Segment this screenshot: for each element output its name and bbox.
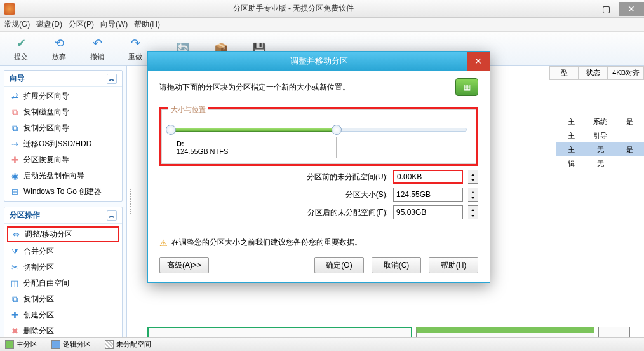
table-row[interactable]: 主系统是 [556,114,644,128]
discard-button[interactable]: ⟲放弃 [42,36,76,62]
hdr-status: 状态 [579,66,608,80]
menu-wizard[interactable]: 向导(W) [100,19,128,30]
ok-button[interactable]: 确定(O) [314,257,364,273]
op-allocate-label: 分配自由空间 [23,278,69,289]
slider-handle-left[interactable] [166,125,176,135]
wizard-copydisk[interactable]: ⧉复制磁盘向导 [4,104,122,120]
spinner-size[interactable]: ▲▼ [468,188,478,202]
op-resize-label: 调整/移动分区 [25,229,72,240]
input-after[interactable] [393,205,463,219]
menu-partition[interactable]: 分区(P) [69,19,94,30]
op-split[interactable]: ✂切割分区 [4,259,122,275]
redo-icon: ↷ [128,36,143,51]
commit-label: 提交 [14,52,28,62]
wizard-copypart[interactable]: ⧉复制分区向导 [4,120,122,136]
annotation-red-box: 大小与位置 D: 124.55GB NTFS [159,107,478,166]
sidebar: 向导 ︽ ⇄扩展分区向导 ⧉复制磁盘向导 ⧉复制分区向导 ⇢迁移OS到SSD/H… [0,66,127,337]
collapse-ops-icon[interactable]: ︽ [107,210,117,221]
legend-primary: 主分区 [5,340,37,349]
wizard-recover-label: 分区恢复向导 [23,155,69,165]
dialog-description: 请拖动下面的分区块为分区指定一个新的大小或新位置。 [159,82,350,93]
wizard-wintogo[interactable]: ⊞Windows To Go 创建器 [4,184,122,200]
op-copy-label: 复制分区 [23,294,54,305]
window-title: 分区助手专业版 - 无损分区免费软件 [19,3,568,14]
minimize-button[interactable]: — [568,2,593,16]
wizard-extend-label: 扩展分区向导 [23,91,69,102]
resize-dialog: 调整并移动分区 ✕ 请拖动下面的分区块为分区指定一个新的大小或新位置。 ▦ 大小… [147,51,490,283]
size-position-group: 大小与位置 D: 124.55GB NTFS [161,109,476,164]
undo-icon: ↶ [90,36,105,51]
warning-text: 在调整您的分区大小之前我们建议您备份您的重要数据。 [171,237,362,248]
spinner-after[interactable]: ▲▼ [468,205,478,219]
cancel-button[interactable]: 取消(C) [372,257,421,273]
menu-general[interactable]: 常规(G) [4,19,30,30]
table-row[interactable]: 主无是 [556,142,644,156]
wizard-bootdisc[interactable]: ◉启动光盘制作向导 [4,168,122,184]
input-size[interactable] [393,188,463,202]
wizard-recover[interactable]: ✚分区恢复向导 [4,152,122,168]
label-after: 分区后的未分配空间(F): [307,207,388,218]
dialog-title: 调整并移动分区 [290,55,348,67]
collapse-wizard-icon[interactable]: ︽ [107,74,117,84]
advanced-button[interactable]: 高级(A)>> [159,257,209,273]
legend-unalloc-swatch [105,340,114,349]
menu-disk[interactable]: 磁盘(D) [36,19,62,30]
status-bar: 主分区 逻辑分区 未分配空间 [0,337,644,351]
redo-label: 重做 [128,52,142,62]
partition-table-rows: 主系统是 主引导 主无是 辑无 [556,114,644,170]
help-button[interactable]: 帮助(H) [429,257,478,273]
commit-button[interactable]: ✔提交 [4,36,38,62]
migrate-icon: ⇢ [10,139,20,149]
table-row[interactable]: 主引导 [556,128,644,142]
discard-icon: ⟲ [51,36,67,51]
disc-icon: ◉ [10,171,20,181]
dialog-close-button[interactable]: ✕ [467,52,490,71]
app-icon [4,3,15,15]
undo-button[interactable]: ↶撤销 [80,36,114,62]
create-icon: ✚ [10,310,20,320]
maximize-button[interactable]: ▢ [593,2,619,16]
op-merge[interactable]: ⧩合并分区 [4,244,122,259]
merge-icon: ⧩ [10,247,20,257]
wizard-migrate[interactable]: ⇢迁移OS到SSD/HDD [4,136,122,152]
recover-icon: ✚ [10,155,20,165]
partition-table-header: 型 状态 4KB对齐 [549,66,644,80]
input-before[interactable] [393,170,463,184]
op-create[interactable]: ✚创建分区 [4,307,122,323]
wintogo-icon: ⊞ [10,187,20,197]
copydisk-icon: ⧉ [10,107,20,118]
drive-info: 124.55GB NTFS [177,148,331,155]
menu-help[interactable]: 帮助(H) [134,19,160,30]
op-allocate[interactable]: ◫分配自由空间 [4,275,122,291]
dialog-titlebar: 调整并移动分区 ✕ [148,52,490,71]
window-titlebar: 分区助手专业版 - 无损分区免费软件 — ▢ ✕ [0,0,644,18]
op-resize[interactable]: ⇔调整/移动分区 [7,226,119,242]
drive-letter: D: [177,140,331,148]
wizard-bootdisc-label: 启动光盘制作向导 [23,170,84,181]
slider-handle-right[interactable] [332,125,342,135]
partition-slider[interactable]: D: 124.55GB NTFS [171,123,467,148]
close-button[interactable]: ✕ [619,2,644,16]
resize-icon: ⇔ [11,230,21,240]
arrows-icon: ⇄ [10,92,20,102]
op-delete-label: 删除分区 [23,326,54,336]
label-size: 分区大小(S): [345,189,388,200]
wizard-copypart-label: 复制分区向导 [23,123,69,134]
op-copy[interactable]: ⧉复制分区 [4,291,122,307]
spinner-before[interactable]: ▲▼ [468,170,478,184]
delete-icon: ✖ [10,326,20,336]
wizard-wintogo-label: Windows To Go 创建器 [23,186,102,197]
op-delete[interactable]: ✖删除分区 [4,323,122,337]
splitter[interactable] [127,66,133,337]
group-legend: 大小与位置 [168,105,208,114]
ops-panel: 分区操作 ︽ ⇔调整/移动分区 ⧩合并分区 ✂切割分区 ◫分配自由空间 ⧉复制分… [4,207,123,337]
wizard-extend[interactable]: ⇄扩展分区向导 [4,88,122,104]
table-row[interactable]: 辑无 [556,156,644,170]
allocate-icon: ◫ [10,279,20,289]
warning-icon: ⚠ [159,238,168,248]
slider-fill [171,128,337,132]
legend-logical: 逻辑分区 [51,340,91,349]
wizard-copydisk-label: 复制磁盘向导 [23,107,69,118]
op-split-label: 切割分区 [23,262,54,273]
hdr-type: 型 [549,66,579,80]
